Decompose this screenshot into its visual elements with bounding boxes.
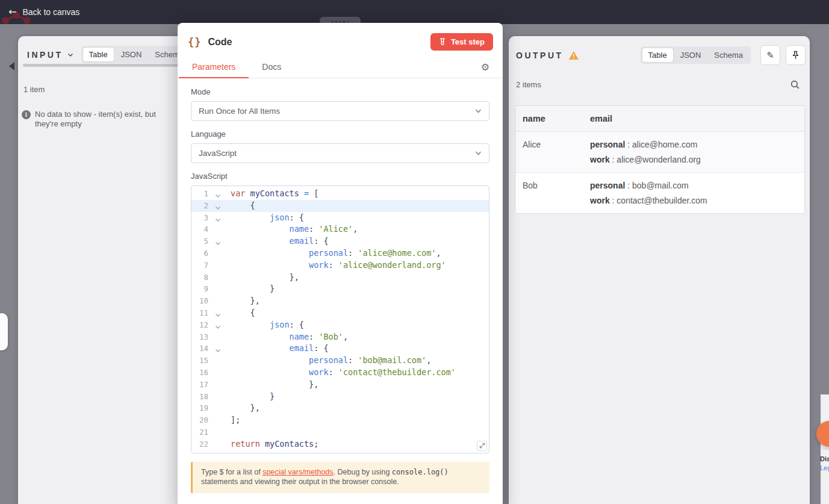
code-line-20[interactable]: 20];	[191, 414, 489, 426]
hint-code-snippet: console.log()	[392, 468, 449, 476]
test-step-button[interactable]: Test step	[430, 33, 493, 51]
cell-name[interactable]: Bob	[515, 173, 583, 213]
code-line-4[interactable]: 4 name: 'Alice',	[191, 223, 489, 235]
output-table-body: Alicepersonal : alice@home.comwork : ali…	[515, 132, 804, 213]
tab-json[interactable]: JSON	[674, 48, 708, 63]
tab-json[interactable]: JSON	[114, 47, 149, 62]
settings-gear-icon[interactable]: ⚙	[481, 61, 489, 73]
line-number: 9	[191, 283, 223, 295]
modal-tabs: Parameters Docs ⚙	[178, 56, 503, 78]
code-editor[interactable]: 1var myContacts = [2 {3 json: {4 name: '…	[191, 185, 489, 453]
code-line-6[interactable]: 6 personal: 'alice@home.com',	[191, 247, 489, 260]
table-row[interactable]: Bobpersonal : bob@mail.comwork : contact…	[515, 173, 804, 213]
line-number: 17	[191, 379, 223, 391]
code-line-2[interactable]: 2 {	[191, 200, 489, 212]
mode-value: Run Once for All Items	[199, 107, 280, 116]
node-title[interactable]: Code	[208, 37, 232, 48]
editor-label: JavaScript	[191, 172, 489, 181]
chevron-down-icon	[475, 109, 482, 113]
mode-select[interactable]: Run Once for All Items	[191, 101, 489, 121]
flask-icon	[439, 38, 446, 46]
code-line-22[interactable]: 22return myContacts;	[191, 438, 489, 450]
code-line-10[interactable]: 10 },	[191, 295, 489, 307]
code-line-19[interactable]: 19 },	[191, 402, 489, 414]
app: ← Back to canvas Dis Leg INPUT TableJSON…	[0, 0, 829, 504]
hint-text: . Debug by using	[334, 468, 392, 476]
output-panel-title: OUTPUT	[516, 51, 564, 60]
pin-data-button[interactable]	[786, 45, 806, 65]
line-number: 5	[191, 235, 223, 247]
output-panel: OUTPUT TableJSONSchema ✎ 2 items name em…	[509, 36, 810, 504]
pencil-icon: ✎	[766, 50, 774, 61]
horizontal-scrollbar[interactable]	[23, 64, 188, 67]
line-number: 7	[191, 260, 223, 272]
input-tabs: TableJSONSchema	[81, 46, 191, 63]
top-bar: ← Back to canvas	[0, 0, 829, 24]
cell-name[interactable]: Alice	[515, 132, 583, 172]
line-number: 10	[191, 295, 223, 307]
code-line-12[interactable]: 12 json: {	[191, 319, 489, 331]
table-row[interactable]: Alicepersonal : alice@home.comwork : ali…	[515, 132, 804, 173]
line-number: 22	[191, 438, 223, 450]
edit-output-button[interactable]: ✎	[760, 45, 780, 65]
warning-icon	[568, 51, 579, 60]
cell-email[interactable]: personal : bob@mail.comwork : contact@th…	[583, 173, 804, 213]
line-number: 15	[191, 355, 223, 367]
editor-hint: Type $ for a list of special vars/method…	[191, 462, 489, 493]
back-to-canvas-label: Back to canvas	[22, 7, 79, 17]
input-items-row: 1 item	[23, 84, 190, 94]
column-header-email[interactable]: email	[583, 106, 804, 131]
line-number: 3	[191, 212, 223, 224]
code-line-17[interactable]: 17 },	[191, 379, 489, 391]
line-number: 20	[191, 414, 223, 426]
collapse-input-arrow-icon[interactable]	[8, 61, 15, 71]
code-line-1[interactable]: 1var myContacts = [	[191, 188, 489, 200]
line-number: 21	[191, 426, 223, 438]
code-line-3[interactable]: 3 json: {	[191, 212, 489, 224]
code-line-9[interactable]: 9 }	[191, 283, 489, 295]
table-header: name email	[515, 106, 804, 132]
code-line-14[interactable]: 14 email: {	[191, 343, 489, 355]
language-select[interactable]: JavaScript	[191, 143, 489, 163]
tab-table[interactable]: Table	[642, 48, 674, 63]
chat-bubble-button[interactable]	[816, 421, 829, 447]
code-line-16[interactable]: 16 work: 'contact@thebuilder.com'	[191, 367, 489, 379]
code-line-15[interactable]: 15 personal: 'bob@mail.com',	[191, 355, 489, 367]
code-line-21[interactable]: 21	[191, 426, 489, 438]
tab-table[interactable]: Table	[82, 47, 114, 62]
line-number: 16	[191, 367, 223, 379]
line-number: 4	[191, 223, 223, 235]
search-icon[interactable]	[790, 79, 800, 90]
panel-resize-handle[interactable]	[0, 313, 8, 350]
background-link[interactable]: Leg	[820, 464, 829, 471]
output-tabs: TableJSONSchema	[641, 46, 751, 64]
output-items-count: 2 items	[516, 80, 541, 89]
input-selector[interactable]: INPUT	[27, 50, 73, 60]
tab-parameters[interactable]: Parameters	[179, 56, 249, 78]
code-line-11[interactable]: 11 {	[191, 307, 489, 319]
line-number: 1	[191, 188, 223, 200]
test-step-label: Test step	[451, 37, 485, 46]
input-empty-state: i No data to show - item(s) exist, but t…	[22, 110, 167, 129]
tab-schema[interactable]: Schema	[707, 48, 750, 63]
cell-email[interactable]: personal : alice@home.comwork : alice@wo…	[583, 132, 804, 172]
tab-docs[interactable]: Docs	[249, 56, 294, 78]
column-header-name[interactable]: name	[515, 106, 583, 131]
special-vars-link[interactable]: special vars/methods	[262, 468, 333, 476]
code-line-13[interactable]: 13 name: 'Bob',	[191, 331, 489, 343]
line-number: 8	[191, 272, 223, 284]
pin-icon	[791, 51, 800, 60]
line-number: 14	[191, 343, 223, 355]
back-to-canvas-button[interactable]: ← Back to canvas	[8, 7, 79, 17]
line-number: 11	[191, 307, 223, 319]
code-line-5[interactable]: 5 email: {	[191, 235, 489, 247]
code-node-icon: {}	[188, 36, 201, 48]
code-line-8[interactable]: 8 },	[191, 272, 489, 284]
input-items-count: 1 item	[23, 85, 45, 94]
chevron-down-icon	[67, 53, 73, 57]
code-line-7[interactable]: 7 work: 'alice@wonderland.org'	[191, 260, 489, 272]
line-number: 18	[191, 391, 223, 403]
code-line-18[interactable]: 18 }	[191, 391, 489, 403]
editor-resize-handle[interactable]	[477, 441, 487, 451]
line-number: 6	[191, 247, 223, 260]
